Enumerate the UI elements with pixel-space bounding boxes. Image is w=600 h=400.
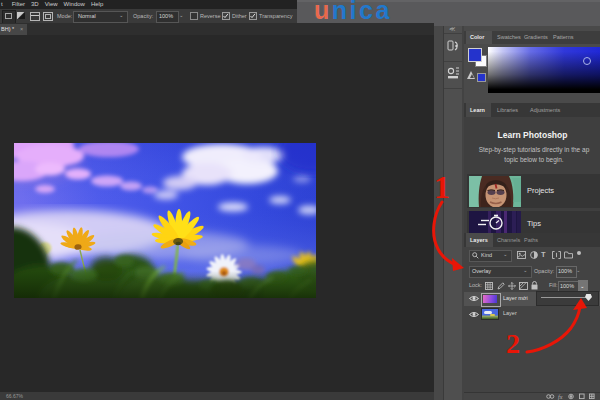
svg-text:1: 1 (434, 169, 450, 205)
svg-text:2: 2 (506, 328, 520, 359)
